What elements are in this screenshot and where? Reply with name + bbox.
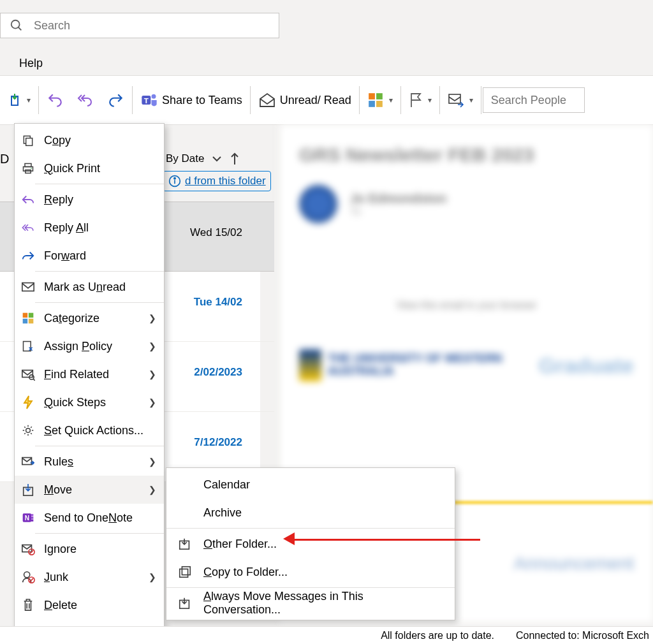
move-archive[interactable]: Archive	[166, 499, 455, 527]
teams-icon: T	[140, 91, 158, 109]
search-bar[interactable]	[0, 13, 279, 38]
submenu-label: Copy to Folder...	[203, 566, 288, 579]
search-people-input[interactable]	[490, 93, 578, 108]
undo-all-icon	[76, 92, 95, 108]
blank-icon	[178, 478, 192, 492]
svg-rect-7	[376, 93, 383, 99]
menu-delete[interactable]: Delete	[15, 591, 164, 619]
undo-all-button[interactable]	[70, 76, 101, 124]
always-move[interactable]: Always Move Messages in This Conversatio…	[166, 589, 455, 617]
categories-button[interactable]: ▾	[361, 76, 399, 124]
separator	[35, 271, 164, 272]
move-to-folder-icon	[178, 537, 192, 551]
submenu-label: Always Move Messages in This Conversatio…	[203, 590, 443, 617]
menu-label: Mark as Unread	[44, 281, 126, 294]
move-to-folder-icon	[178, 596, 192, 610]
rules-icon	[21, 455, 35, 469]
graduate-text: Graduate	[539, 353, 634, 378]
menu-label: Quick Steps	[44, 396, 106, 409]
search-input[interactable]	[33, 18, 270, 33]
separator	[132, 86, 133, 114]
svg-rect-35	[31, 516, 33, 518]
bolt-icon	[21, 395, 35, 409]
menu-mark-unread[interactable]: Mark as Unread	[15, 273, 164, 301]
avatar	[299, 185, 337, 223]
sort-label: By Date	[166, 152, 204, 165]
mail-date: Wed 15/02	[190, 226, 242, 239]
menu-reply-all[interactable]: Reply All	[15, 214, 164, 242]
info-icon	[168, 175, 181, 187]
menu-junk[interactable]: Junk❯	[15, 563, 164, 591]
copy-to-folder[interactable]: Copy to Folder...	[166, 558, 455, 586]
to-label: To	[350, 206, 446, 217]
unread-read-label: Unread/ Read	[280, 94, 351, 107]
svg-rect-15	[26, 138, 33, 146]
chevron-down-icon: ▾	[469, 96, 473, 105]
sort-arrow-up-icon[interactable]	[230, 152, 240, 166]
chevron-right-icon: ❯	[149, 397, 156, 407]
chevron-right-icon: ❯	[149, 313, 156, 323]
search-icon	[10, 18, 24, 33]
send-receive-icon	[448, 92, 464, 108]
chevron-right-icon: ❯	[149, 369, 156, 379]
separator	[35, 184, 164, 184]
help-tab[interactable]: Help	[0, 51, 653, 75]
menu-reply[interactable]: Reply	[15, 186, 164, 214]
envelope-icon	[21, 280, 35, 294]
svg-line-28	[33, 379, 35, 381]
uwa-text: THE UNIVERSITY OF WESTERN AUSTRALIA	[328, 353, 539, 378]
menu-label: Assign Policy	[44, 340, 112, 353]
menu-label: Rules	[44, 455, 73, 469]
separator	[481, 86, 481, 114]
info-link-text: d from this folder	[185, 175, 266, 187]
gear-icon	[21, 423, 35, 437]
context-menu: CopyQuick PrintReplyReply AllForwardMark…	[14, 123, 165, 644]
menu-rules[interactable]: Rules❯	[15, 448, 164, 476]
flag-button[interactable]: ▾	[402, 76, 438, 124]
menu-quick-steps[interactable]: Quick Steps❯	[15, 388, 164, 416]
svg-point-40	[24, 572, 30, 578]
move-calendar[interactable]: Calendar	[166, 471, 455, 499]
svg-rect-6	[369, 93, 375, 99]
undo-button[interactable]	[40, 76, 70, 124]
forward-icon	[21, 249, 35, 263]
menu-label: Reply	[44, 193, 73, 207]
menu-move[interactable]: Move❯	[15, 476, 164, 504]
redo-button[interactable]	[101, 76, 131, 124]
menu-assign-policy[interactable]: Assign Policy❯	[15, 332, 164, 360]
menu-label: Set Quick Actions...	[44, 424, 143, 437]
separator	[166, 528, 455, 529]
menu-quick-print[interactable]: Quick Print	[15, 154, 164, 182]
chevron-down-icon	[212, 155, 222, 163]
envelope-open-icon	[258, 92, 276, 108]
svg-rect-34	[31, 514, 33, 516]
menu-onenote[interactable]: NSend to OneNote	[15, 504, 164, 532]
unread-read-button[interactable]: Unread/ Read	[252, 76, 358, 124]
menu-label: Copy	[44, 134, 71, 147]
menu-categorize[interactable]: Categorize❯	[15, 304, 164, 332]
svg-rect-47	[180, 569, 188, 577]
send-receive-button[interactable]: ▾	[441, 76, 480, 124]
separator	[35, 446, 164, 446]
move-other-folder[interactable]: Other Folder...	[166, 530, 455, 558]
folder-info-banner[interactable]: d from this folder	[163, 171, 271, 191]
sort-bar[interactable]: By Date	[166, 152, 240, 166]
menu-set-quick-actions[interactable]: Set Quick Actions...	[15, 416, 164, 444]
move-icon	[21, 483, 35, 497]
menu-find-related[interactable]: Find Related❯	[15, 360, 164, 388]
menu-forward[interactable]: Forward	[15, 242, 164, 270]
menu-ignore[interactable]: Ignore	[15, 535, 164, 563]
share-teams-button[interactable]: T Share to Teams	[134, 76, 249, 124]
move-submenu: Calendar Archive Other Folder... Copy to…	[166, 467, 455, 620]
menu-label: Move	[44, 483, 72, 497]
separator	[38, 86, 39, 114]
search-people[interactable]	[483, 87, 585, 113]
move-down-icon	[10, 92, 22, 108]
svg-rect-36	[31, 520, 33, 522]
svg-rect-18	[26, 170, 31, 173]
separator	[359, 86, 360, 114]
menu-copy[interactable]: Copy	[15, 126, 164, 154]
menu-label: Find Related	[44, 368, 109, 381]
mail-date: 7/12/2022	[194, 436, 242, 449]
ribbon-dropdown-1[interactable]: ▾	[4, 76, 37, 124]
